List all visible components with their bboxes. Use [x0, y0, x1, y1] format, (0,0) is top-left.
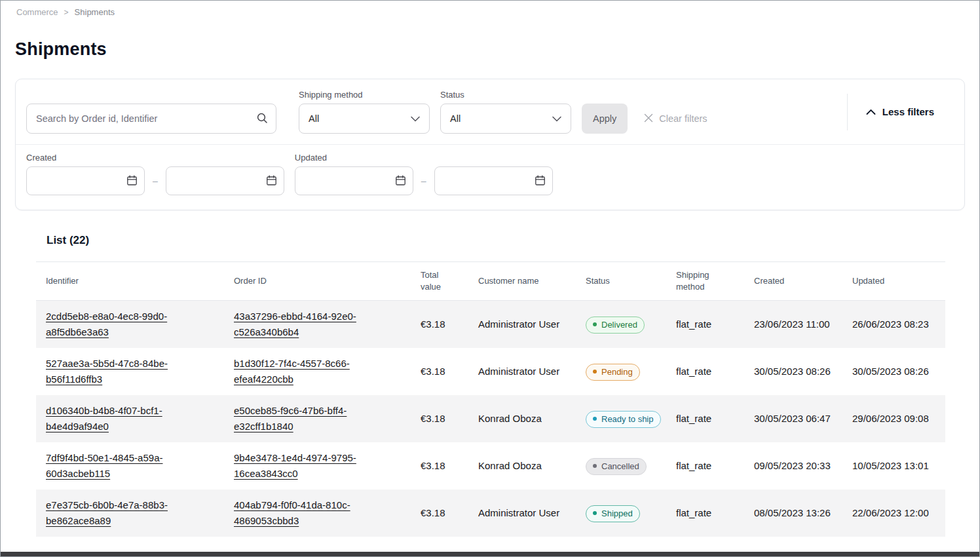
- updated-to-wrap: [434, 166, 553, 195]
- clear-filters-label: Clear filters: [659, 113, 707, 124]
- column-header: Total value: [411, 262, 468, 301]
- calendar-icon[interactable]: [266, 175, 277, 189]
- total-value-cell: €3.18: [411, 442, 468, 490]
- chevron-down-icon: [411, 113, 420, 125]
- close-icon: [643, 113, 654, 125]
- less-filters-label: Less filters: [882, 106, 934, 117]
- status-dot: [593, 417, 597, 421]
- created-from-wrap: [26, 166, 145, 195]
- total-value-cell: €3.18: [411, 490, 468, 537]
- updated-label: Updated: [295, 153, 553, 163]
- table-row: 527aae3a-5b5d-47c8-84be-b56f11d6ffb3 b1d…: [36, 348, 945, 395]
- order-id-link[interactable]: 404ab794-f0f0-41da-810c-4869053cbbd3: [234, 499, 350, 526]
- breadcrumb: Commerce > Shipments: [1, 1, 979, 22]
- search-input[interactable]: [26, 104, 276, 134]
- shipping-method-select[interactable]: All: [299, 104, 430, 134]
- shipping-method-cell: flat_rate: [666, 301, 744, 349]
- table-row: d106340b-b4b8-4f07-bcf1-b4e4d9af94e0 e50…: [36, 395, 945, 442]
- customer-name-cell: Konrad Oboza: [468, 395, 576, 442]
- updated-cell: 29/06/2023 09:08: [842, 395, 945, 442]
- breadcrumb-shipments[interactable]: Shipments: [75, 7, 115, 17]
- list-title: List (22): [36, 229, 958, 261]
- shipping-method-cell: flat_rate: [666, 490, 744, 537]
- created-date-range: –: [26, 166, 284, 195]
- order-id-link[interactable]: 9b4e3478-1e4d-4974-9795-16cea3843cc0: [234, 452, 356, 479]
- search-field-wrap: [26, 104, 276, 134]
- breadcrumb-commerce[interactable]: Commerce: [16, 7, 58, 17]
- shipments-page: Commerce > Shipments Shipments Shipping …: [0, 0, 980, 557]
- status-filter: Status All: [440, 90, 571, 134]
- status-label: Status: [440, 90, 571, 100]
- status-value: All: [450, 113, 461, 124]
- search-icon: [256, 112, 268, 126]
- column-header: Shipping method: [666, 262, 744, 301]
- calendar-icon[interactable]: [126, 175, 138, 189]
- status-dot: [593, 511, 597, 515]
- created-label: Created: [26, 153, 284, 163]
- table-row: 2cdd5eb8-e8a0-4ec8-99d0-a8f5db6e3a63 43a…: [36, 301, 945, 349]
- status-badge-label: Cancelled: [601, 461, 639, 472]
- updated-cell: 26/06/2023 08:23: [842, 301, 945, 349]
- filters-panel: Shipping method All Status All: [15, 79, 965, 210]
- shipping-method-filter: Shipping method All: [299, 90, 430, 134]
- shipments-table: IdentifierOrder IDTotal valueCustomer na…: [36, 261, 945, 537]
- shipping-method-cell: flat_rate: [666, 395, 744, 442]
- identifier-link[interactable]: 2cdd5eb8-e8a0-4ec8-99d0-a8f5db6e3a63: [46, 311, 167, 337]
- clear-filters-button[interactable]: Clear filters: [637, 104, 713, 134]
- identifier-link[interactable]: 527aae3a-5b5d-47c8-84be-b56f11d6ffb3: [46, 358, 168, 385]
- created-cell: 08/05/2023 13:26: [744, 490, 842, 537]
- updated-cell: 30/05/2023 08:26: [842, 348, 945, 395]
- table-row: 7df9f4bd-50e1-4845-a59a-60d3acbeb115 9b4…: [36, 442, 945, 490]
- created-cell: 30/05/2023 08:26: [744, 348, 842, 395]
- created-cell: 23/06/2023 11:00: [744, 301, 842, 349]
- identifier-link[interactable]: 7df9f4bd-50e1-4845-a59a-60d3acbeb115: [46, 452, 162, 479]
- status-badge: Pending: [586, 364, 640, 381]
- table-header-row: IdentifierOrder IDTotal valueCustomer na…: [36, 262, 945, 301]
- total-value-cell: €3.18: [411, 301, 468, 349]
- column-header: Order ID: [224, 262, 411, 301]
- customer-name-cell: Administrator User: [468, 301, 576, 349]
- range-dash: –: [153, 176, 158, 186]
- calendar-icon[interactable]: [395, 175, 406, 189]
- status-select[interactable]: All: [440, 104, 571, 134]
- customer-name-cell: Administrator User: [468, 348, 576, 395]
- order-id-link[interactable]: 43a37296-ebbd-4164-92e0-c526a340b6b4: [234, 311, 356, 337]
- column-header: Status: [576, 262, 666, 301]
- total-value-cell: €3.18: [411, 395, 468, 442]
- updated-date-filter: Updated –: [295, 153, 553, 195]
- shipping-method-value: All: [309, 113, 319, 124]
- identifier-link[interactable]: d106340b-b4b8-4f07-bcf1-b4e4d9af94e0: [46, 405, 162, 432]
- customer-name-cell: Administrator User: [468, 490, 576, 537]
- filters-row-dates: Created –: [16, 144, 964, 210]
- table-row: e7e375cb-6b0b-4e7a-88b3-be862ace8a89 404…: [36, 490, 945, 537]
- vertical-divider: [847, 94, 848, 130]
- updated-from-wrap: [295, 166, 413, 195]
- calendar-icon[interactable]: [535, 175, 546, 189]
- shipping-method-cell: flat_rate: [666, 348, 744, 395]
- chevron-up-icon: [866, 106, 876, 117]
- status-dot: [593, 464, 597, 468]
- status-badge-label: Delivered: [601, 319, 637, 330]
- identifier-link[interactable]: e7e375cb-6b0b-4e7a-88b3-be862ace8a89: [46, 499, 168, 526]
- chevron-down-icon: [552, 113, 561, 125]
- breadcrumb-separator: >: [64, 8, 69, 17]
- total-value-cell: €3.18: [411, 348, 468, 395]
- shipments-list: List (22) IdentifierOrder IDTotal valueC…: [36, 229, 958, 537]
- order-id-link[interactable]: e50ceb85-f9c6-47b6-bff4-e32cff1b1840: [234, 405, 347, 432]
- updated-cell: 10/05/2023 13:01: [842, 442, 945, 490]
- status-dot: [593, 370, 597, 374]
- shipping-method-cell: flat_rate: [666, 442, 744, 490]
- page-title: Shipments: [15, 38, 965, 60]
- column-header: Updated: [842, 262, 945, 301]
- shipping-method-label: Shipping method: [299, 90, 430, 100]
- order-id-link[interactable]: b1d30f12-7f4c-4557-8c66-efeaf4220cbb: [234, 358, 350, 385]
- table-body: 2cdd5eb8-e8a0-4ec8-99d0-a8f5db6e3a63 43a…: [36, 301, 945, 537]
- status-dot: [593, 322, 597, 326]
- less-filters-button[interactable]: Less filters: [866, 106, 934, 117]
- status-badge: Ready to ship: [586, 411, 661, 428]
- updated-cell: 22/06/2023 12:00: [842, 490, 945, 537]
- filters-right-tools: Less filters: [847, 94, 954, 130]
- created-cell: 30/05/2023 06:47: [744, 395, 842, 442]
- apply-button[interactable]: Apply: [582, 104, 628, 134]
- status-badge: Shipped: [586, 505, 640, 522]
